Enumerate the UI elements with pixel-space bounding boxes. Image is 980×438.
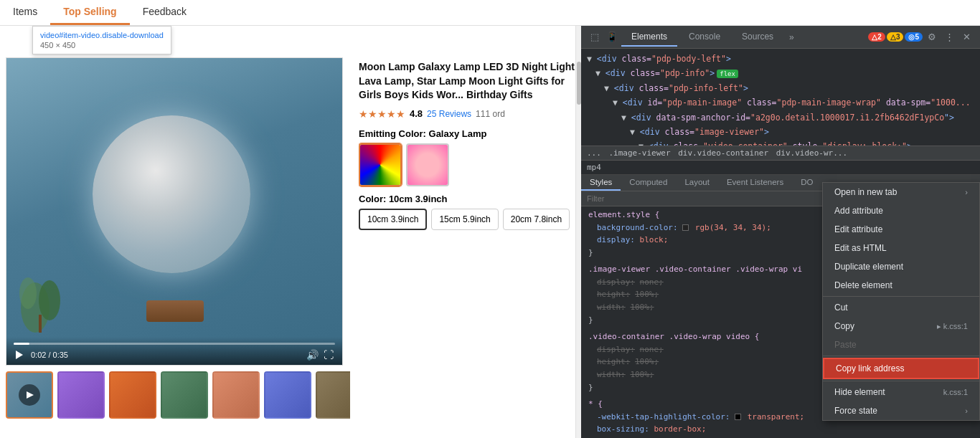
color-swatch-black — [735, 414, 741, 420]
devtools-tab-sources[interactable]: Sources — [732, 28, 783, 47]
product-pane: video#item-video.disable-download 450 × … — [0, 26, 581, 438]
progress-fill — [14, 343, 29, 345]
thumbnail-5[interactable] — [212, 371, 260, 419]
nav-item-items[interactable]: Items — [0, 0, 50, 25]
progress-bar[interactable] — [14, 343, 335, 345]
mp4-label: mp4 — [581, 161, 980, 175]
plant-decoration — [14, 250, 71, 336]
html-tree[interactable]: ▼ <div class="pdp-body-left"> ▼ <div cla… — [581, 49, 980, 146]
controls-row: 0:02 / 0:35 🔊 ⛶ — [14, 349, 335, 361]
tooltip-box: video#item-video.disable-download 450 × … — [32, 26, 171, 54]
tree-line-2[interactable]: ▼ <div class="pdp-info">flex — [581, 66, 980, 80]
copy-shortcut: ▸ k.css:1 — [937, 322, 968, 331]
tree-line-5[interactable]: ▼ <div data-spm-anchor-id="a2g0o.detail.… — [581, 110, 980, 125]
tree-line-6[interactable]: ▼ <div class="image-viewer"> — [581, 125, 980, 139]
svg-point-2 — [19, 277, 37, 309]
inspect-element-icon[interactable]: ⬚ — [587, 29, 603, 45]
breadcrumb-bar: ... .image-viewer div.video-container di… — [581, 146, 980, 161]
nav-item-top-selling[interactable]: Top Selling — [50, 0, 129, 25]
styles-tab-do[interactable]: DO — [792, 175, 821, 191]
size-btn-20cm[interactable]: 20cm 7.8inch — [503, 209, 570, 230]
ctx-hide-element[interactable]: Hide element k.css:1 — [823, 383, 979, 401]
breadcrumb-text: ... — [587, 148, 601, 158]
color-swatches — [359, 143, 575, 186]
settings-icon[interactable] — [924, 29, 940, 45]
ctx-open-new-tab[interactable]: Open in new tab › — [823, 183, 979, 201]
devtools-tab-elements[interactable]: Elements — [621, 28, 677, 47]
ctx-duplicate-element[interactable]: Duplicate element — [823, 257, 979, 276]
top-nav: Items Top Selling Feedback — [0, 0, 980, 26]
thumbnail-7[interactable] — [316, 371, 350, 419]
rating-number: 4.8 — [410, 108, 423, 119]
tree-line-3[interactable]: ▼ <div class="pdp-info-left"> — [581, 81, 980, 95]
styles-tab-layout[interactable]: Layout — [676, 175, 718, 191]
close-devtools-icon[interactable]: ✕ — [958, 29, 974, 45]
main-area: video#item-video.disable-download 450 × … — [0, 26, 980, 438]
thumbnail-2[interactable] — [57, 371, 105, 419]
orders-count: 111 ord — [476, 109, 505, 119]
lamp-base-illustration — [146, 300, 204, 322]
size-label: Color: 10cm 3.9inch — [359, 194, 575, 204]
svg-point-1 — [39, 280, 60, 320]
styles-tab-event-listeners[interactable]: Event Listeners — [718, 175, 792, 191]
fullscreen-icon[interactable]: ⛶ — [324, 349, 335, 361]
size-options: 10cm 3.9inch 15cm 5.9inch 20cm 7.8inch — [359, 209, 575, 230]
product-content: 0:02 / 0:35 🔊 ⛶ — [0, 52, 581, 438]
ctx-divider-1 — [823, 296, 979, 297]
breadcrumb-video-wrap[interactable]: div.video-wr... — [776, 148, 847, 158]
ctx-delete-element[interactable]: Delete element — [823, 276, 979, 295]
info-badge: ◎5 — [905, 32, 923, 42]
color-swatch-dark — [682, 224, 689, 231]
ctx-edit-as-html[interactable]: Edit as HTML — [823, 239, 979, 257]
size-btn-10cm[interactable]: 10cm 3.9inch — [359, 209, 427, 230]
ctx-edit-attribute[interactable]: Edit attribute — [823, 220, 979, 239]
rating-row: ★★★★★ 4.8 25 Reviews 111 ord — [359, 108, 575, 120]
styles-tab-computed[interactable]: Computed — [621, 175, 676, 191]
ctx-cut[interactable]: Cut — [823, 298, 979, 317]
tree-line-1[interactable]: ▼ <div class="pdp-body-left"> — [581, 52, 980, 66]
devtools-tab-more[interactable]: » — [785, 29, 798, 46]
tree-line-7[interactable]: ▼ <div class="video-container" style="di… — [581, 139, 980, 146]
styles-tab-styles[interactable]: Styles — [581, 175, 621, 191]
open-new-tab-arrow: › — [965, 188, 968, 196]
error-badge: △2 — [868, 32, 885, 42]
thumbnail-strip — [6, 371, 350, 419]
color-swatch-rainbow[interactable] — [359, 143, 402, 186]
tooltip-url: video#item-video.disable-download — [40, 31, 164, 39]
scroll-track[interactable] — [575, 26, 581, 438]
time-display: 0:02 / 0:35 — [31, 351, 68, 359]
ctx-add-attribute[interactable]: Add attribute — [823, 201, 979, 220]
play-button[interactable] — [14, 349, 25, 361]
vertical-dots-icon[interactable]: ⋮ — [941, 29, 957, 45]
tree-line-4[interactable]: ▼ <div id="pdp-main-image" class="pdp-ma… — [581, 95, 980, 110]
svg-rect-3 — [39, 315, 42, 333]
warning-badge: △3 — [887, 32, 904, 42]
ctx-divider-3 — [823, 381, 979, 381]
ctx-copy[interactable]: Copy ▸ k.css:1 — [823, 317, 979, 335]
thumbnail-3[interactable] — [109, 371, 156, 419]
volume-icon[interactable]: 🔊 — [306, 349, 318, 361]
reviews-link[interactable]: 25 Reviews — [427, 109, 471, 119]
media-section: 0:02 / 0:35 🔊 ⛶ — [6, 57, 350, 432]
moon-lamp-illustration — [93, 115, 250, 273]
ctx-force-state[interactable]: Force state › — [823, 401, 979, 420]
thumbnail-1[interactable] — [6, 371, 53, 419]
ctx-copy-link-address[interactable]: Copy link address — [823, 358, 979, 379]
devtools-pane: ⬚ 📱 Elements Console Sources » △2 △3 ◎5 … — [581, 26, 980, 438]
hide-element-shortcut: k.css:1 — [943, 388, 968, 396]
thumbnail-play-icon — [19, 384, 40, 406]
size-btn-15cm[interactable]: 15cm 5.9inch — [431, 209, 498, 230]
devtools-tab-console[interactable]: Console — [679, 28, 730, 47]
breadcrumb-image-viewer[interactable]: .image-viewer — [609, 148, 671, 158]
nav-item-feedback[interactable]: Feedback — [130, 0, 199, 25]
thumbnail-4[interactable] — [161, 371, 208, 419]
thumbnail-6[interactable] — [264, 371, 311, 419]
breadcrumb-video-container[interactable]: div.video-container — [678, 148, 768, 158]
context-menu: Open in new tab › Add attribute Edit att… — [822, 182, 980, 421]
product-info: Moon Lamp Galaxy Lamp LED 3D Night Light… — [359, 57, 575, 432]
color-swatch-pink[interactable] — [406, 143, 449, 186]
force-state-arrow: › — [965, 406, 968, 415]
device-toolbar-icon[interactable]: 📱 — [604, 29, 620, 45]
product-title: Moon Lamp Galaxy Lamp LED 3D Night Light… — [359, 60, 575, 103]
video-container[interactable]: 0:02 / 0:35 🔊 ⛶ — [6, 57, 343, 366]
